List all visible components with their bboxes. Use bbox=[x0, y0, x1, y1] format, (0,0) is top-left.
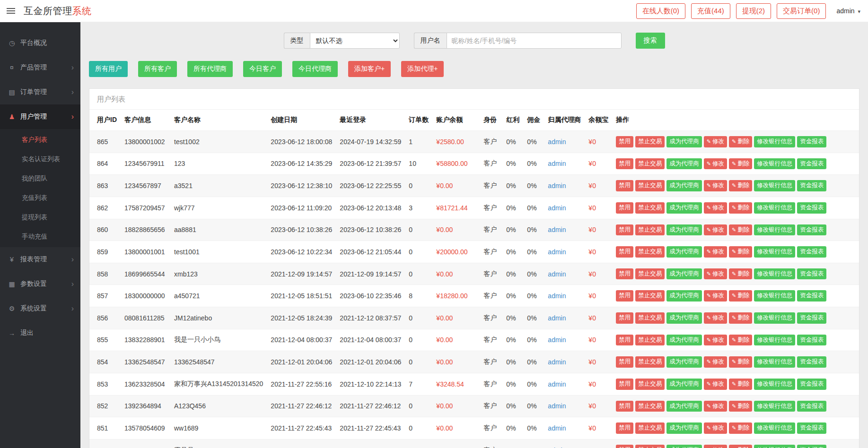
forbid-trade-button[interactable]: 禁止交易 bbox=[635, 335, 665, 346]
admin-user-dropdown[interactable]: admin ▾ bbox=[836, 7, 860, 15]
delete-button[interactable]: ✎删除 bbox=[729, 335, 752, 346]
sidebar-item[interactable]: ♟用户管理› bbox=[0, 104, 80, 129]
add-agent-button[interactable]: 添加代理+ bbox=[401, 61, 444, 77]
disable-button[interactable]: 禁用 bbox=[616, 379, 633, 390]
disable-button[interactable]: 禁用 bbox=[616, 136, 633, 147]
edit-button[interactable]: ✎修改 bbox=[704, 180, 727, 191]
header-stat-button[interactable]: 交易订单(0) bbox=[777, 3, 826, 19]
sidebar-item[interactable]: ¤产品管理› bbox=[0, 55, 80, 80]
delete-button[interactable]: ✎删除 bbox=[729, 202, 752, 214]
edit-bank-info-button[interactable]: 修改银行信息 bbox=[754, 268, 795, 280]
delete-button[interactable]: ✎删除 bbox=[729, 158, 752, 170]
cell-agent[interactable]: admin bbox=[544, 307, 585, 329]
forbid-trade-button[interactable]: 禁止交易 bbox=[635, 445, 665, 448]
delete-button[interactable]: ✎删除 bbox=[729, 268, 752, 280]
edit-bank-info-button[interactable]: 修改银行信息 bbox=[754, 136, 795, 147]
edit-bank-info-button[interactable]: 修改银行信息 bbox=[754, 401, 795, 412]
edit-button[interactable]: ✎修改 bbox=[704, 136, 727, 147]
forbid-trade-button[interactable]: 禁止交易 bbox=[635, 290, 665, 302]
disable-button[interactable]: 禁用 bbox=[616, 401, 633, 412]
edit-button[interactable]: ✎修改 bbox=[704, 246, 727, 258]
forbid-trade-button[interactable]: 禁止交易 bbox=[635, 136, 665, 147]
edit-button[interactable]: ✎修改 bbox=[704, 224, 727, 236]
become-agent-button[interactable]: 成为代理商 bbox=[666, 224, 702, 236]
edit-button[interactable]: ✎修改 bbox=[704, 312, 727, 324]
sidebar-subitem[interactable]: 客户列表 bbox=[0, 130, 80, 149]
forbid-trade-button[interactable]: 禁止交易 bbox=[635, 180, 665, 191]
delete-button[interactable]: ✎删除 bbox=[729, 290, 752, 302]
all-users-button[interactable]: 所有用户 bbox=[89, 61, 128, 77]
fund-report-button[interactable]: 资金报表 bbox=[797, 158, 826, 170]
cell-agent[interactable]: admin bbox=[544, 395, 585, 417]
become-agent-button[interactable]: 成为代理商 bbox=[666, 246, 702, 258]
become-agent-button[interactable]: 成为代理商 bbox=[666, 422, 702, 434]
edit-button[interactable]: ✎修改 bbox=[704, 379, 727, 390]
delete-button[interactable]: ✎删除 bbox=[729, 401, 752, 412]
sidebar-item[interactable]: ¥报表管理› bbox=[0, 247, 80, 272]
become-agent-button[interactable]: 成为代理商 bbox=[666, 445, 702, 448]
delete-button[interactable]: ✎删除 bbox=[729, 312, 752, 324]
username-input[interactable] bbox=[447, 33, 622, 49]
edit-button[interactable]: ✎修改 bbox=[704, 422, 727, 434]
all-agents-button[interactable]: 所有代理商 bbox=[187, 61, 233, 77]
edit-bank-info-button[interactable]: 修改银行信息 bbox=[754, 202, 795, 214]
forbid-trade-button[interactable]: 禁止交易 bbox=[635, 401, 665, 412]
sidebar-item[interactable]: ⚙系统设置› bbox=[0, 296, 80, 321]
forbid-trade-button[interactable]: 禁止交易 bbox=[635, 268, 665, 280]
edit-button[interactable]: ✎修改 bbox=[704, 356, 727, 368]
cell-agent[interactable]: admin bbox=[544, 197, 585, 219]
become-agent-button[interactable]: 成为代理商 bbox=[666, 379, 702, 390]
edit-bank-info-button[interactable]: 修改银行信息 bbox=[754, 379, 795, 390]
forbid-trade-button[interactable]: 禁止交易 bbox=[635, 158, 665, 170]
edit-bank-info-button[interactable]: 修改银行信息 bbox=[754, 335, 795, 346]
edit-button[interactable]: ✎修改 bbox=[704, 335, 727, 346]
delete-button[interactable]: ✎删除 bbox=[729, 180, 752, 191]
cell-agent[interactable]: admin bbox=[544, 351, 585, 373]
cell-agent[interactable]: admin bbox=[544, 417, 585, 439]
edit-button[interactable]: ✎修改 bbox=[704, 290, 727, 302]
sidebar-item[interactable]: →退出 bbox=[0, 321, 80, 345]
edit-bank-info-button[interactable]: 修改银行信息 bbox=[754, 312, 795, 324]
fund-report-button[interactable]: 资金报表 bbox=[797, 401, 826, 412]
delete-button[interactable]: ✎删除 bbox=[729, 224, 752, 236]
fund-report-button[interactable]: 资金报表 bbox=[797, 445, 826, 448]
edit-bank-info-button[interactable]: 修改银行信息 bbox=[754, 445, 795, 448]
edit-bank-info-button[interactable]: 修改银行信息 bbox=[754, 422, 795, 434]
all-customers-button[interactable]: 所有客户 bbox=[138, 61, 177, 77]
sidebar-subitem[interactable]: 我的团队 bbox=[0, 169, 80, 188]
cell-agent[interactable]: admin bbox=[544, 373, 585, 395]
edit-button[interactable]: ✎修改 bbox=[704, 158, 727, 170]
fund-report-button[interactable]: 资金报表 bbox=[797, 379, 826, 390]
become-agent-button[interactable]: 成为代理商 bbox=[666, 202, 702, 214]
edit-bank-info-button[interactable]: 修改银行信息 bbox=[754, 158, 795, 170]
disable-button[interactable]: 禁用 bbox=[616, 224, 633, 236]
edit-bank-info-button[interactable]: 修改银行信息 bbox=[754, 290, 795, 302]
disable-button[interactable]: 禁用 bbox=[616, 312, 633, 324]
sidebar-item[interactable]: ◷平台概况 bbox=[0, 31, 80, 55]
cell-agent[interactable]: admin bbox=[544, 153, 585, 175]
forbid-trade-button[interactable]: 禁止交易 bbox=[635, 202, 665, 214]
edit-bank-info-button[interactable]: 修改银行信息 bbox=[754, 224, 795, 236]
forbid-trade-button[interactable]: 禁止交易 bbox=[635, 312, 665, 324]
delete-button[interactable]: ✎删除 bbox=[729, 422, 752, 434]
edit-bank-info-button[interactable]: 修改银行信息 bbox=[754, 180, 795, 191]
fund-report-button[interactable]: 资金报表 bbox=[797, 224, 826, 236]
fund-report-button[interactable]: 资金报表 bbox=[797, 312, 826, 324]
forbid-trade-button[interactable]: 禁止交易 bbox=[635, 422, 665, 434]
become-agent-button[interactable]: 成为代理商 bbox=[666, 312, 702, 324]
disable-button[interactable]: 禁用 bbox=[616, 246, 633, 258]
sidebar-subitem[interactable]: 实名认证列表 bbox=[0, 149, 80, 169]
fund-report-button[interactable]: 资金报表 bbox=[797, 422, 826, 434]
become-agent-button[interactable]: 成为代理商 bbox=[666, 158, 702, 170]
cell-agent[interactable]: admin bbox=[544, 219, 585, 241]
edit-bank-info-button[interactable]: 修改银行信息 bbox=[754, 246, 795, 258]
disable-button[interactable]: 禁用 bbox=[616, 445, 633, 448]
disable-button[interactable]: 禁用 bbox=[616, 180, 633, 191]
sidebar-subitem[interactable]: 充值列表 bbox=[0, 188, 80, 207]
disable-button[interactable]: 禁用 bbox=[616, 290, 633, 302]
fund-report-button[interactable]: 资金报表 bbox=[797, 268, 826, 280]
become-agent-button[interactable]: 成为代理商 bbox=[666, 136, 702, 147]
become-agent-button[interactable]: 成为代理商 bbox=[666, 180, 702, 191]
edit-button[interactable]: ✎修改 bbox=[704, 401, 727, 412]
cell-agent[interactable]: admin bbox=[544, 285, 585, 307]
